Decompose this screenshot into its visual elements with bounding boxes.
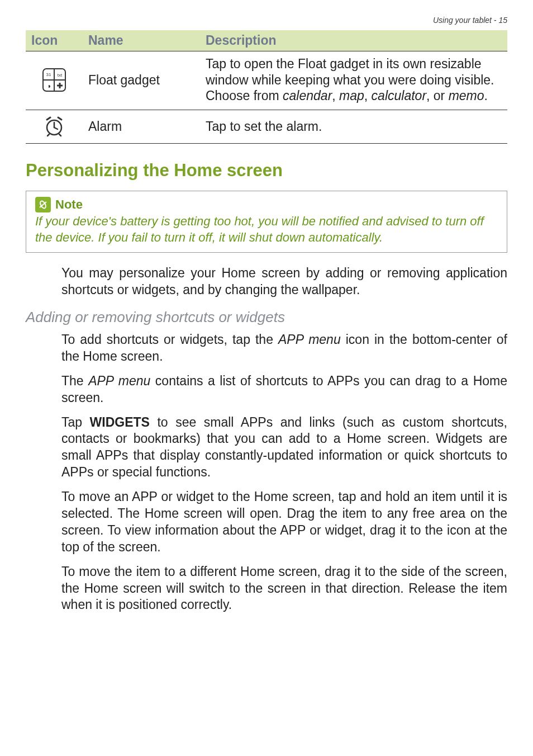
text: Tap — [61, 415, 90, 429]
desc-text-c1: , — [332, 88, 339, 103]
svg-line-10 — [47, 117, 50, 120]
text: The — [61, 374, 88, 388]
table-row: 31 txt Float gadget Tap to open the Floa… — [26, 51, 507, 110]
header-icon: Icon — [26, 30, 83, 51]
icon-table: Icon Name Description 31 txt — [26, 30, 507, 144]
name-cell: Alarm — [83, 110, 200, 144]
desc-text-c2: , — [364, 88, 372, 103]
desc-italic-4: memo — [449, 88, 484, 103]
desc-text-post: . — [484, 88, 488, 103]
paragraph: You may personalize your Home screen by … — [61, 265, 507, 299]
alarm-icon — [31, 115, 77, 138]
desc-text-c3: , or — [426, 88, 449, 103]
paragraph: To move the item to a different Home scr… — [61, 564, 507, 614]
note-box: Note If your device's battery is getting… — [26, 191, 507, 253]
svg-line-11 — [58, 117, 61, 120]
desc-italic-1: calendar — [283, 88, 332, 103]
subheading: Adding or removing shortcuts or widgets — [26, 309, 507, 326]
svg-text:txt: txt — [58, 73, 63, 78]
page: Using your tablet - 15 Icon Name Descrip… — [0, 0, 533, 756]
note-body: If your device's battery is getting too … — [35, 214, 498, 245]
body-block: You may personalize your Home screen by … — [61, 265, 507, 299]
text: To add shortcuts or widgets, tap the — [61, 332, 278, 347]
note-head: Note — [35, 197, 498, 212]
paragraph: The APP menu contains a list of shortcut… — [61, 373, 507, 407]
float-gadget-icon: 31 txt — [31, 68, 77, 92]
bold-text: WIDGETS — [90, 415, 150, 429]
icon-cell — [26, 110, 83, 144]
description-cell: Tap to set the alarm. — [200, 110, 507, 144]
svg-line-9 — [54, 127, 58, 129]
header-description: Description — [200, 30, 507, 51]
desc-italic-3: calculator — [372, 88, 426, 103]
desc-italic-2: map — [339, 88, 364, 103]
table-row: Alarm Tap to set the alarm. — [26, 110, 507, 144]
svg-text:31: 31 — [46, 72, 51, 77]
paragraph: To move an APP or widget to the Home scr… — [61, 489, 507, 556]
italic-text: APP menu — [88, 374, 150, 388]
body-block: To add shortcuts or widgets, tap the APP… — [61, 332, 507, 613]
table-header-row: Icon Name Description — [26, 30, 507, 51]
description-cell: Tap to open the Float gadget in its own … — [200, 51, 507, 110]
icon-cell: 31 txt — [26, 51, 83, 110]
svg-line-13 — [59, 134, 61, 136]
note-icon — [35, 197, 51, 212]
paragraph: To add shortcuts or widgets, tap the APP… — [61, 332, 507, 365]
name-cell: Float gadget — [83, 51, 200, 110]
italic-text: APP menu — [278, 332, 341, 347]
svg-line-12 — [47, 134, 49, 136]
header-name: Name — [83, 30, 200, 51]
section-heading: Personalizing the Home screen — [26, 160, 507, 181]
running-header: Using your tablet - 15 — [26, 16, 507, 25]
desc-text-pre: Tap to set the alarm. — [206, 119, 322, 134]
note-title: Note — [55, 197, 83, 212]
paragraph: Tap WIDGETS to see small APPs and links … — [61, 414, 507, 481]
